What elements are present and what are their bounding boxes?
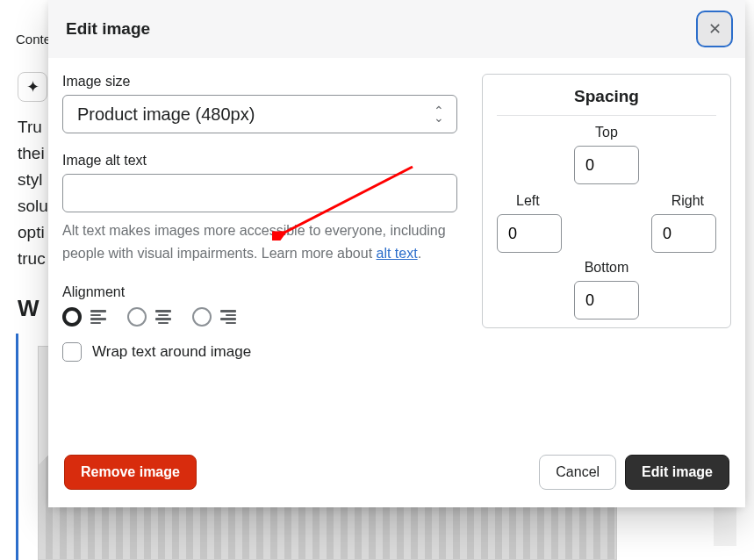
chevron-updown-icon: ⌃⌄ xyxy=(434,107,444,121)
edit-image-modal: Edit image ✕ Image size Product image (4… xyxy=(48,0,745,507)
remove-image-button[interactable]: Remove image xyxy=(64,455,197,490)
alt-text-input[interactable] xyxy=(62,174,457,212)
spacing-top-input[interactable] xyxy=(574,146,639,184)
close-icon: ✕ xyxy=(708,19,722,39)
bg-heading-w: W xyxy=(18,295,39,322)
close-button[interactable]: ✕ xyxy=(696,11,733,47)
spacing-right-label: Right xyxy=(671,193,704,209)
spacing-bottom-input[interactable] xyxy=(574,281,639,319)
wrap-text-checkbox[interactable] xyxy=(62,342,82,362)
modal-header: Edit image ✕ xyxy=(48,0,745,58)
align-right-icon xyxy=(220,310,236,324)
cancel-button[interactable]: Cancel xyxy=(539,455,616,490)
alignment-radio-right[interactable] xyxy=(192,307,212,327)
alt-text-learn-more-link[interactable]: alt text xyxy=(377,246,418,261)
edit-image-submit-button[interactable]: Edit image xyxy=(625,455,729,490)
spacing-title: Spacing xyxy=(497,87,716,116)
alignment-radio-center[interactable] xyxy=(127,307,147,327)
spacing-left-input[interactable] xyxy=(497,214,562,253)
alt-text-help: Alt text makes images more accessible to… xyxy=(62,219,457,265)
align-center-icon xyxy=(155,310,171,324)
alignment-radio-left[interactable] xyxy=(62,307,82,327)
wrap-text-label: Wrap text around image xyxy=(92,343,251,361)
spacing-panel: Spacing Top Left Right Bottom xyxy=(482,74,731,328)
bg-label-content: Conte xyxy=(16,32,51,47)
spacing-top-label: Top xyxy=(595,125,618,140)
image-size-select[interactable]: Product image (480px) ⌃⌄ xyxy=(62,95,457,133)
modal-title: Edit image xyxy=(66,19,150,39)
spacing-bottom-label: Bottom xyxy=(585,260,629,276)
spacing-right-input[interactable] xyxy=(651,214,716,253)
spacing-left-label: Left xyxy=(516,193,540,209)
ai-sparkle-icon: ✦ xyxy=(18,72,47,102)
alignment-label: Alignment xyxy=(62,284,457,300)
image-size-value: Product image (480px) xyxy=(77,104,255,125)
image-size-label: Image size xyxy=(62,74,457,90)
alt-text-label: Image alt text xyxy=(62,153,457,169)
align-left-icon xyxy=(90,310,106,324)
modal-footer: Remove image Cancel Edit image xyxy=(48,442,745,507)
bg-text-snippet: Tru thei styl solu opti truc xyxy=(18,114,48,272)
